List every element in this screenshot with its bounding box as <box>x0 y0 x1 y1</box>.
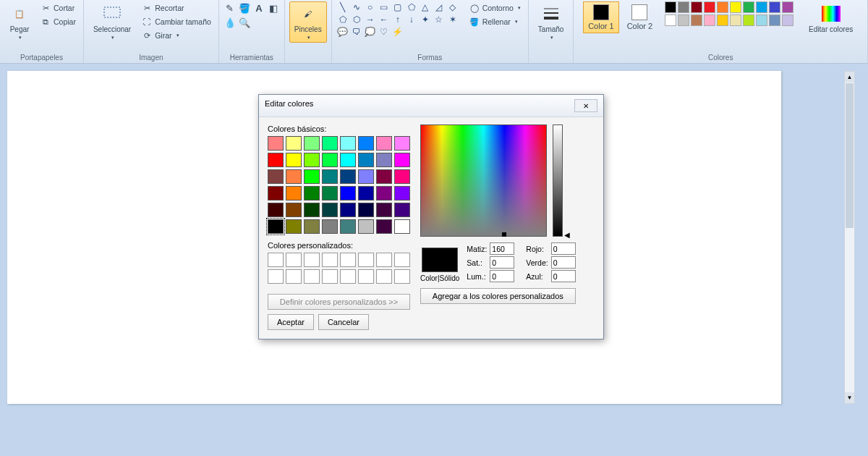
accept-button[interactable]: Aceptar <box>268 314 314 330</box>
basic-color-swatch[interactable] <box>286 203 302 217</box>
palette-swatch[interactable] <box>782 14 793 26</box>
shape-star4[interactable]: ✦ <box>419 14 432 25</box>
cancel-button[interactable]: Cancelar <box>318 314 369 330</box>
palette-swatch[interactable] <box>717 14 728 26</box>
basic-color-swatch[interactable] <box>394 186 410 200</box>
shape-line[interactable]: ╲ <box>336 1 349 13</box>
shape-heart[interactable]: ♡ <box>378 26 391 38</box>
shape-triangle[interactable]: △ <box>419 1 432 13</box>
blue-input[interactable] <box>551 270 576 282</box>
vertical-scrollbar[interactable]: ▲ ▼ <box>844 71 855 404</box>
hue-input[interactable] <box>490 242 514 255</box>
basic-color-swatch[interactable] <box>394 153 410 167</box>
shape-star5[interactable]: ☆ <box>433 14 446 25</box>
basic-color-swatch[interactable] <box>304 153 320 167</box>
green-input[interactable] <box>551 256 576 269</box>
custom-color-slot[interactable] <box>340 253 356 267</box>
select-button[interactable]: Seleccionar ▾ <box>88 1 136 43</box>
basic-color-swatch[interactable] <box>268 153 284 167</box>
resize-button[interactable]: ⛶Cambiar tamaño <box>139 15 214 28</box>
color1-button[interactable]: Color 1 <box>583 1 618 33</box>
custom-color-slot[interactable] <box>340 269 356 284</box>
basic-color-swatch[interactable] <box>340 219 356 234</box>
palette-swatch[interactable] <box>691 14 702 26</box>
basic-color-swatch[interactable] <box>376 219 392 234</box>
custom-color-slot[interactable] <box>376 253 392 267</box>
text-tool[interactable]: A <box>252 1 265 14</box>
shape-arrow-u[interactable]: ↑ <box>391 14 404 25</box>
custom-color-slot[interactable] <box>304 269 320 284</box>
shape-rtriangle[interactable]: ◿ <box>433 1 446 13</box>
basic-color-swatch[interactable] <box>304 219 320 234</box>
pencil-tool[interactable]: ✎ <box>224 1 237 14</box>
basic-color-swatch[interactable] <box>340 186 356 200</box>
define-custom-button[interactable]: Definir colores personalizados >> <box>268 294 410 310</box>
shape-pentagon[interactable]: ⬠ <box>336 14 349 25</box>
basic-color-swatch[interactable] <box>340 203 356 217</box>
basic-color-swatch[interactable] <box>322 203 338 217</box>
scroll-up-icon[interactable]: ▲ <box>845 72 854 83</box>
basic-color-swatch[interactable] <box>376 169 392 184</box>
basic-color-swatch[interactable] <box>358 219 374 234</box>
custom-color-slot[interactable] <box>304 253 320 267</box>
red-input[interactable] <box>551 242 576 255</box>
gradient-cursor[interactable] <box>502 232 506 237</box>
palette-swatch[interactable] <box>769 1 780 13</box>
shape-arrow-r[interactable]: → <box>364 14 377 25</box>
custom-color-slot[interactable] <box>268 253 284 267</box>
palette-swatch[interactable] <box>769 14 780 26</box>
scroll-thumb[interactable] <box>846 83 854 228</box>
basic-color-swatch[interactable] <box>358 203 374 217</box>
basic-color-swatch[interactable] <box>394 136 410 151</box>
sat-input[interactable] <box>490 256 514 269</box>
size-button[interactable]: Tamaño ▾ <box>533 1 569 43</box>
basic-color-swatch[interactable] <box>304 186 320 200</box>
edit-colors-button[interactable]: Editar colores <box>804 1 858 35</box>
basic-color-swatch[interactable] <box>376 136 392 151</box>
custom-color-slot[interactable] <box>394 253 410 267</box>
luminance-slider[interactable] <box>553 124 563 237</box>
palette-swatch[interactable] <box>730 1 741 13</box>
basic-color-swatch[interactable] <box>286 186 302 200</box>
custom-color-slot[interactable] <box>376 269 392 284</box>
basic-color-swatch[interactable] <box>358 169 374 184</box>
basic-color-swatch[interactable] <box>304 203 320 217</box>
basic-color-swatch[interactable] <box>394 219 410 234</box>
basic-color-swatch[interactable] <box>322 169 338 184</box>
fill-button[interactable]: 🪣Rellenar▾ <box>467 15 524 28</box>
palette-swatch[interactable] <box>730 14 741 26</box>
shape-arrow-d[interactable]: ↓ <box>405 14 418 25</box>
shape-curve[interactable]: ∿ <box>350 1 363 13</box>
brushes-button[interactable]: 🖌 Pinceles ▾ <box>289 1 327 43</box>
fill-tool[interactable]: 🪣 <box>238 1 251 14</box>
basic-color-swatch[interactable] <box>394 203 410 217</box>
basic-color-swatch[interactable] <box>286 153 302 167</box>
color2-button[interactable]: Color 2 <box>622 1 658 33</box>
shape-arrow-l[interactable]: ← <box>378 14 391 25</box>
palette-swatch[interactable] <box>665 1 676 13</box>
basic-color-swatch[interactable] <box>322 219 338 234</box>
shape-rect[interactable]: ▭ <box>378 1 391 13</box>
palette-swatch[interactable] <box>743 14 754 26</box>
basic-color-swatch[interactable] <box>376 186 392 200</box>
shape-callout1[interactable]: 💬 <box>336 26 349 38</box>
basic-color-swatch[interactable] <box>268 186 284 200</box>
add-custom-button[interactable]: Agregar a los colores personalizados <box>420 288 576 304</box>
copy-button[interactable]: ⧉Copiar <box>38 15 79 28</box>
basic-color-swatch[interactable] <box>286 169 302 184</box>
scroll-down-icon[interactable]: ▼ <box>845 392 854 403</box>
palette-swatch[interactable] <box>704 14 715 26</box>
basic-color-swatch[interactable] <box>358 136 374 151</box>
palette-swatch[interactable] <box>665 14 676 26</box>
basic-color-swatch[interactable] <box>268 219 284 234</box>
basic-color-swatch[interactable] <box>340 169 356 184</box>
paste-button[interactable]: 📋 Pegar ▾ <box>4 1 35 43</box>
shape-diamond[interactable]: ◇ <box>446 1 459 13</box>
custom-color-slot[interactable] <box>358 269 374 284</box>
basic-color-swatch[interactable] <box>268 169 284 184</box>
basic-color-swatch[interactable] <box>376 203 392 217</box>
lum-input[interactable] <box>490 270 514 282</box>
basic-color-swatch[interactable] <box>268 203 284 217</box>
shape-callout3[interactable]: 💭 <box>364 26 377 38</box>
shape-callout2[interactable]: 🗨 <box>350 26 363 38</box>
